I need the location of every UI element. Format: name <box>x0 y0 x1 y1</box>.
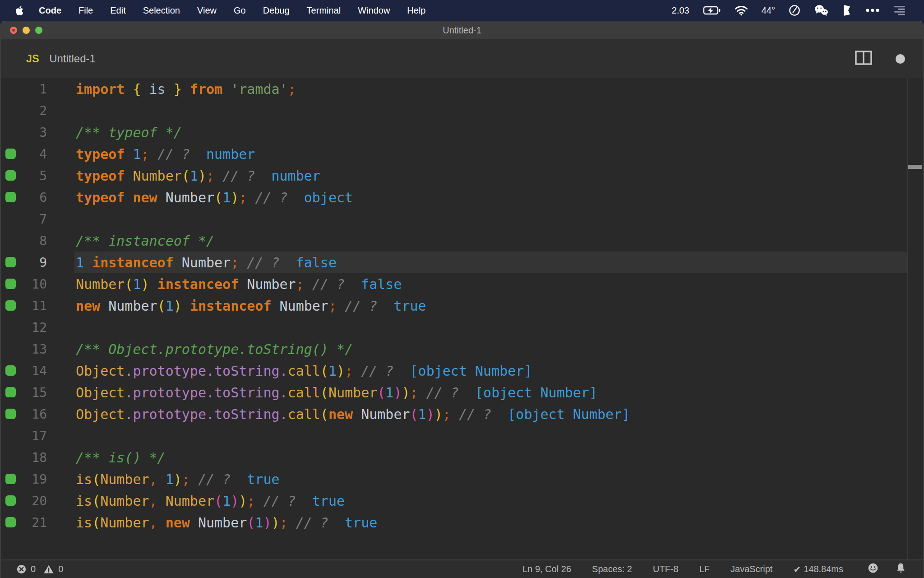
token-pun: ; <box>443 406 451 422</box>
feedback-smiley-icon[interactable] <box>868 563 878 576</box>
wechat-icon[interactable] <box>814 5 828 16</box>
token-pl <box>377 298 393 314</box>
code-line[interactable]: 6typeof new Number(1); // ? object <box>1 186 923 208</box>
code-line[interactable]: 13/** Object.prototype.toString() */ <box>1 338 923 360</box>
code-line[interactable]: 2 <box>1 100 923 121</box>
clock-icon[interactable] <box>789 5 800 16</box>
code-text: Object.prototype.toString.call(new Numbe… <box>76 406 630 422</box>
token-cm2: // ? <box>247 255 279 270</box>
code-line[interactable]: 11new Number(1) instanceof Number; // ? … <box>1 295 923 317</box>
window-titlebar[interactable]: Untitled-1 <box>1 21 923 39</box>
line-number: 5 <box>1 168 47 183</box>
code-line[interactable]: 19is(Number, 1); // ? true <box>1 468 923 490</box>
token-br2: ) <box>426 406 434 422</box>
token-pl <box>296 493 312 509</box>
apple-menu-icon[interactable] <box>14 5 24 16</box>
code-line[interactable]: 10Number(1) instanceof Number; // ? fals… <box>1 273 923 295</box>
menu-item-code[interactable]: Code <box>30 5 70 16</box>
token-fn: Number <box>166 493 214 509</box>
token-out: false <box>296 255 337 270</box>
token-num: 1 <box>418 406 426 422</box>
close-button[interactable] <box>10 27 17 34</box>
code-line[interactable]: 15Object.prototype.toString.call(Number(… <box>1 382 923 403</box>
wifi-icon[interactable] <box>735 5 748 16</box>
problems-indicator[interactable]: 0 0 <box>16 564 67 574</box>
token-num: 1 <box>76 255 84 270</box>
code-line[interactable]: 5typeof Number(1); // ? number <box>1 165 923 186</box>
token-cmt: /** instanceof */ <box>76 233 214 249</box>
token-var: is <box>149 81 166 97</box>
code-line[interactable]: 1import { is } from 'ramda'; <box>1 78 923 100</box>
token-cm2: // ? <box>426 385 459 401</box>
code-line[interactable]: 12 <box>1 317 923 338</box>
menu-item-selection[interactable]: Selection <box>134 5 189 16</box>
code-editor[interactable]: 1import { is } from 'ramda';23/** typeof… <box>1 78 923 559</box>
eol-setting[interactable]: LF <box>699 564 710 574</box>
cpu-load-indicator[interactable]: 2.03 <box>672 5 689 16</box>
ellipsis-icon[interactable] <box>865 8 880 13</box>
split-editor-icon[interactable] <box>855 51 872 67</box>
token-pun: ; <box>345 363 353 379</box>
file-encoding[interactable]: UTF-8 <box>653 564 679 574</box>
code-line[interactable]: 17 <box>1 425 923 447</box>
menu-item-go[interactable]: Go <box>225 5 254 16</box>
menu-item-edit[interactable]: Edit <box>102 5 134 16</box>
unsaved-changes-dot[interactable] <box>896 54 905 64</box>
line-number: 18 <box>1 450 47 465</box>
tab-actions <box>855 51 905 67</box>
token-pun: ; <box>296 276 304 292</box>
token-out: true <box>393 298 426 314</box>
javascript-file-icon: JS <box>26 53 39 65</box>
code-line[interactable]: 21is(Number, new Number(1)); // ? true <box>1 512 923 533</box>
battery-charging-icon[interactable] <box>703 5 721 15</box>
token-pun: ; <box>410 385 418 401</box>
temperature-indicator[interactable]: 44° <box>762 5 775 16</box>
token-br2: ( <box>214 493 222 509</box>
token-br2: ) <box>393 385 402 401</box>
menu-item-view[interactable]: View <box>189 5 225 16</box>
token-cmt: /** typeof */ <box>76 125 182 140</box>
indentation-setting[interactable]: Spaces: 2 <box>592 564 632 574</box>
code-line[interactable]: 7 <box>1 208 923 230</box>
token-pl <box>84 255 92 270</box>
token-br1: ( <box>92 515 100 531</box>
scrollbar-marker[interactable] <box>908 165 922 169</box>
language-mode[interactable]: JavaScript <box>730 564 772 574</box>
list-icon[interactable] <box>893 5 906 15</box>
code-line[interactable]: 18/** is() */ <box>1 447 923 468</box>
code-line[interactable]: 16Object.prototype.toString.call(new Num… <box>1 403 923 425</box>
code-text: typeof new Number(1); // ? object <box>76 190 353 205</box>
token-pl <box>337 298 345 314</box>
token-br2: ) <box>263 515 271 531</box>
code-line[interactable]: 8/** instanceof */ <box>1 230 923 252</box>
menu-item-help[interactable]: Help <box>398 5 434 16</box>
tab-filename[interactable]: Untitled-1 <box>49 52 96 65</box>
token-cm2: // ? <box>345 298 377 314</box>
minimize-button[interactable] <box>23 27 30 34</box>
token-pl <box>345 276 361 292</box>
code-text: /** typeof */ <box>76 125 182 140</box>
flag-icon[interactable] <box>842 5 852 16</box>
line-number: 10 <box>1 277 47 292</box>
zoom-button[interactable] <box>35 27 42 34</box>
code-line[interactable]: 20is(Number, Number(1)); // ? true <box>1 490 923 512</box>
cursor-position[interactable]: Ln 9, Col 26 <box>522 564 571 574</box>
code-line-active[interactable]: 91 instanceof Number; // ? false <box>1 252 923 273</box>
code-line[interactable]: 3/** typeof */ <box>1 121 923 143</box>
token-kw: new <box>328 406 353 422</box>
quokka-exec-time[interactable]: ✔ 148.84ms <box>793 564 843 575</box>
menu-item-terminal[interactable]: Terminal <box>298 5 350 16</box>
token-prop: .prototype.toString. <box>125 406 287 422</box>
menu-item-file[interactable]: File <box>70 5 102 16</box>
token-pl <box>157 471 166 487</box>
notifications-bell-icon[interactable] <box>896 563 906 576</box>
token-num: 1 <box>222 190 231 205</box>
code-line[interactable]: 14Object.prototype.toString.call(1); // … <box>1 360 923 382</box>
code-line[interactable]: 4typeof 1; // ? number <box>1 143 923 165</box>
menu-item-window[interactable]: Window <box>349 5 398 16</box>
menu-item-debug[interactable]: Debug <box>254 5 298 16</box>
line-number: 17 <box>1 429 47 443</box>
token-br2: ( <box>377 385 385 401</box>
token-num: 1 <box>166 298 174 314</box>
code-text: is(Number, new Number(1)); // ? true <box>76 515 377 531</box>
